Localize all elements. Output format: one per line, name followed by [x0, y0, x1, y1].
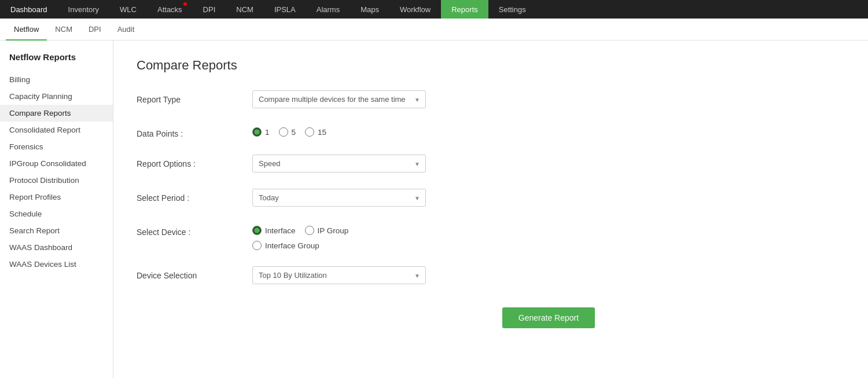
select-period-label: Select Period :	[137, 189, 252, 203]
device-radio-row-1: InterfaceIP Group	[252, 226, 484, 235]
device-selection-select[interactable]: Top 10 By UtilizationTop 5 By Utilizatio…	[252, 266, 426, 284]
select-device-radio-label-interface-group[interactable]: Interface Group	[252, 241, 319, 250]
sidebar-item-waas-dashboard[interactable]: WAAS Dashboard	[0, 239, 113, 256]
sidebar-item-report-profiles[interactable]: Report Profiles	[0, 189, 113, 205]
report-options-label: Report Options :	[137, 155, 252, 168]
report-type-select-wrapper: Compare multiple devices for the same ti…	[252, 90, 426, 108]
sidebar-item-ipgroup-consolidated[interactable]: IPGroup Consolidated	[0, 155, 113, 172]
select-device-radio-ip-group[interactable]	[305, 226, 314, 235]
sidebar-item-consolidated-report[interactable]: Consolidated Report	[0, 122, 113, 138]
sidebar-item-compare-reports[interactable]: Compare Reports	[0, 105, 113, 122]
top-nav-item-maps[interactable]: Maps	[350, 0, 389, 19]
sidebar-item-capacity-planning[interactable]: Capacity Planning	[0, 88, 113, 105]
report-options-select[interactable]: SpeedUtilizationTraffic	[252, 155, 426, 173]
select-device-radio-interface-group[interactable]	[252, 241, 262, 250]
top-nav-item-inventory[interactable]: Inventory	[58, 0, 109, 19]
sidebar-item-billing[interactable]: Billing	[0, 71, 113, 88]
data-point-label-5: 5	[292, 128, 296, 137]
top-nav-item-alarms[interactable]: Alarms	[306, 0, 350, 19]
data-point-radio-15[interactable]	[305, 127, 314, 137]
generate-report-row: Generate Report	[137, 307, 845, 328]
top-nav-item-attacks[interactable]: Attacks	[147, 0, 193, 19]
sidebar-item-protocol-distribution[interactable]: Protocol Distribution	[0, 172, 113, 189]
select-device-label: Select Device :	[137, 223, 252, 237]
data-point-radio-label-1[interactable]: 1	[252, 127, 270, 137]
sidebar-item-forensics[interactable]: Forensics	[0, 138, 113, 155]
select-period-row: Select Period : TodayYesterdayLast 7 Day…	[137, 189, 845, 207]
top-nav-item-reports[interactable]: Reports	[441, 0, 488, 19]
data-points-label: Data Points :	[137, 124, 252, 138]
select-device-radio-label-ip-group[interactable]: IP Group	[305, 226, 349, 235]
sub-nav-item-dpi[interactable]: DPI	[80, 19, 109, 41]
select-period-control: TodayYesterdayLast 7 DaysLast 30 Days	[252, 189, 484, 207]
device-selection-row: Device Selection Top 10 By UtilizationTo…	[137, 266, 845, 284]
data-points-control: 1515	[252, 124, 484, 137]
top-nav-item-dpi[interactable]: DPI	[193, 0, 226, 19]
report-type-select[interactable]: Compare multiple devices for the same ti…	[252, 90, 426, 108]
sub-nav-item-netflow[interactable]: Netflow	[6, 19, 47, 41]
data-point-radio-label-15[interactable]: 15	[305, 127, 326, 137]
sub-nav-item-audit[interactable]: Audit	[109, 19, 143, 41]
top-nav-item-settings[interactable]: Settings	[488, 0, 536, 19]
select-period-select-wrapper: TodayYesterdayLast 7 DaysLast 30 Days	[252, 189, 426, 207]
sidebar: Netflow Reports BillingCapacity Planning…	[0, 41, 113, 378]
top-nav-item-ncm[interactable]: NCM	[226, 0, 264, 19]
sub-navigation: NetflowNCMDPIAudit	[0, 19, 868, 41]
select-period-select[interactable]: TodayYesterdayLast 7 DaysLast 30 Days	[252, 189, 426, 207]
main-content: Compare Reports Report Type Compare mult…	[113, 41, 868, 378]
page-layout: Netflow Reports BillingCapacity Planning…	[0, 41, 868, 378]
report-options-control: SpeedUtilizationTraffic	[252, 155, 484, 173]
report-type-control: Compare multiple devices for the same ti…	[252, 90, 484, 108]
sub-nav-item-ncm[interactable]: NCM	[47, 19, 80, 41]
top-nav-item-wlc[interactable]: WLC	[109, 0, 147, 19]
page-title: Compare Reports	[137, 58, 845, 73]
top-nav-item-workflow[interactable]: Workflow	[389, 0, 441, 19]
device-radio-row-2: Interface Group	[252, 241, 484, 250]
select-device-radio-interface[interactable]	[252, 226, 262, 235]
generate-report-button[interactable]: Generate Report	[502, 307, 595, 328]
device-selection-label: Device Selection	[137, 266, 252, 280]
data-point-label-1: 1	[265, 128, 270, 137]
report-options-select-wrapper: SpeedUtilizationTraffic	[252, 155, 426, 173]
data-point-radio-5[interactable]	[279, 127, 288, 137]
select-device-row: Select Device : InterfaceIP GroupInterfa…	[137, 223, 845, 250]
report-options-row: Report Options : SpeedUtilizationTraffic	[137, 155, 845, 173]
report-type-row: Report Type Compare multiple devices for…	[137, 90, 845, 108]
sidebar-item-search-report[interactable]: Search Report	[0, 222, 113, 239]
data-point-radio-1[interactable]	[252, 127, 262, 137]
select-device-control: InterfaceIP GroupInterface Group	[252, 223, 484, 250]
sidebar-item-schedule[interactable]: Schedule	[0, 205, 113, 222]
data-point-label-15: 15	[318, 128, 326, 137]
top-nav-item-dashboard[interactable]: Dashboard	[0, 0, 58, 19]
select-device-radio-label-interface[interactable]: Interface	[252, 226, 296, 235]
device-selection-control: Top 10 By UtilizationTop 5 By Utilizatio…	[252, 266, 484, 284]
device-selection-select-wrapper: Top 10 By UtilizationTop 5 By Utilizatio…	[252, 266, 426, 284]
data-points-row: Data Points : 1515	[137, 124, 845, 138]
report-type-label: Report Type	[137, 90, 252, 104]
data-point-radio-label-5[interactable]: 5	[279, 127, 296, 137]
sidebar-title: Netflow Reports	[0, 52, 113, 71]
top-navigation: DashboardInventoryWLCAttacksDPINCMIPSLAA…	[0, 0, 868, 19]
top-nav-item-ipsla[interactable]: IPSLA	[264, 0, 306, 19]
sidebar-item-waas-devices-list[interactable]: WAAS Devices List	[0, 256, 113, 273]
